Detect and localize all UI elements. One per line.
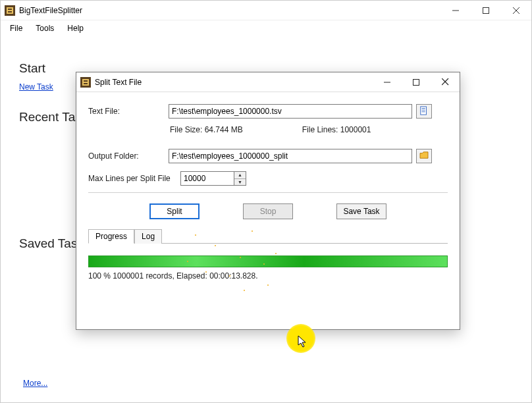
text-file-label: Text File: <box>88 107 169 116</box>
output-folder-row: Output Folder: <box>88 149 448 163</box>
spin-up-button[interactable]: ▲ <box>234 172 246 179</box>
stop-button[interactable]: Stop <box>243 203 293 219</box>
dialog-body: Text File: File Size: 64.744 MB File Lin… <box>76 92 460 286</box>
app-icon <box>5 5 15 16</box>
svg-rect-11 <box>84 83 88 84</box>
more-link[interactable]: More... <box>23 379 47 388</box>
browse-file-button[interactable] <box>416 104 432 119</box>
progress-status-text: 100 % 1000001 records, Elapsed: 00:00:13… <box>88 271 448 281</box>
svg-rect-10 <box>84 80 88 82</box>
dialog-maximize-button[interactable] <box>402 72 431 92</box>
minimize-button[interactable] <box>440 1 471 20</box>
file-size-text: File Size: 64.744 MB <box>170 125 243 134</box>
max-lines-label: Max Lines per Split File <box>88 174 180 183</box>
main-titlebar: BigTextFileSplitter <box>1 1 531 20</box>
action-row: Split Stop Save Task <box>88 203 448 219</box>
folder-icon <box>419 151 429 161</box>
svg-rect-1 <box>7 7 13 14</box>
new-task-link[interactable]: New Task <box>19 82 53 92</box>
dialog-close-button[interactable] <box>431 72 460 92</box>
dialog-window-controls <box>373 72 460 92</box>
file-info-row: File Size: 64.744 MB File Lines: 1000001 <box>170 125 448 134</box>
main-window-title: BigTextFileSplitter <box>19 6 440 15</box>
svg-rect-5 <box>483 7 489 13</box>
close-button[interactable] <box>501 1 531 20</box>
svg-rect-9 <box>82 79 89 86</box>
progress-bar <box>88 255 448 267</box>
svg-rect-13 <box>413 79 419 85</box>
tab-progress[interactable]: Progress <box>88 229 134 244</box>
menu-help[interactable]: Help <box>61 22 90 34</box>
maximize-button[interactable] <box>471 1 501 20</box>
tabs: Progress Log <box>88 228 448 244</box>
tab-log[interactable]: Log <box>134 229 162 244</box>
split-dialog: Split Text File Text File: <box>76 72 460 330</box>
dialog-title: Split Text File <box>95 78 373 87</box>
menubar: File Tools Help <box>1 20 531 36</box>
dialog-titlebar[interactable]: Split Text File <box>76 72 460 92</box>
svg-rect-2 <box>8 9 12 10</box>
file-lines-text: File Lines: 1000001 <box>302 125 371 134</box>
file-icon <box>419 106 429 117</box>
max-lines-input[interactable] <box>181 172 234 185</box>
text-file-row: Text File: <box>88 104 448 119</box>
output-folder-label: Output Folder: <box>88 151 169 161</box>
max-lines-spinner[interactable]: ▲ ▼ <box>180 171 246 186</box>
spinner-buttons: ▲ ▼ <box>234 172 246 185</box>
browse-folder-button[interactable] <box>416 149 432 163</box>
spin-down-button[interactable]: ▼ <box>234 179 246 186</box>
save-task-button[interactable]: Save Task <box>336 203 386 219</box>
progress-panel: 100 % 1000001 records, Elapsed: 00:00:13… <box>88 244 448 281</box>
svg-rect-3 <box>8 11 12 13</box>
main-window-controls <box>440 1 531 20</box>
dialog-minimize-button[interactable] <box>373 72 402 92</box>
text-file-input[interactable] <box>169 104 412 119</box>
svg-rect-16 <box>421 106 427 114</box>
dialog-app-icon <box>80 77 91 88</box>
split-button[interactable]: Split <box>149 203 200 219</box>
divider <box>88 192 448 193</box>
menu-file[interactable]: File <box>3 22 29 34</box>
max-lines-row: Max Lines per Split File ▲ ▼ <box>88 171 448 186</box>
output-folder-input[interactable] <box>169 149 412 163</box>
menu-tools[interactable]: Tools <box>29 22 61 34</box>
